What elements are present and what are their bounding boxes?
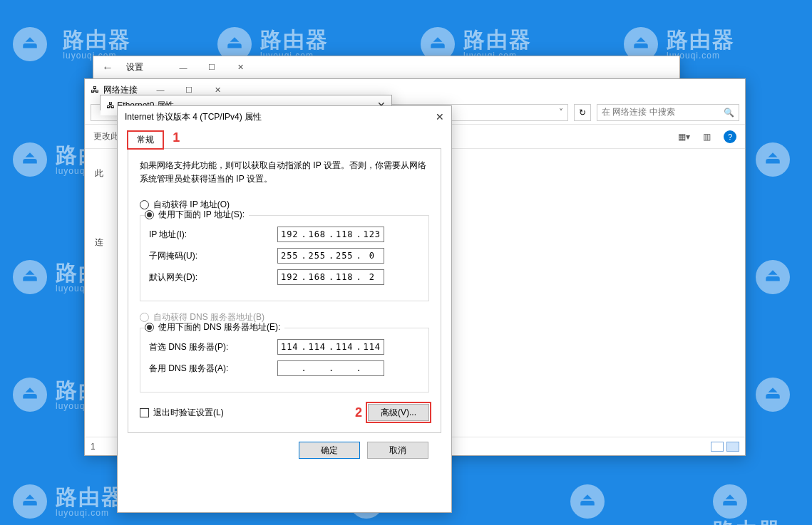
help-icon[interactable]: ? — [724, 130, 736, 143]
label-subnet-mask: 子网掩码(U): — [149, 250, 277, 262]
alternate-dns-input[interactable]: . . . — [277, 360, 384, 376]
watermark — [756, 142, 798, 177]
ipv4-properties-dialog: Internet 协议版本 4 (TCP/IPv4) 属性 ✕ 常规 1 如果网… — [117, 105, 452, 513]
sidebar-label-connect: 连 — [95, 236, 120, 249]
search-icon: 🔍 — [724, 108, 734, 118]
subnet-mask-input[interactable]: 255. 255. 255. 0 — [277, 248, 384, 264]
watermark: 路由器luyouqi.com — [13, 484, 124, 519]
search-input[interactable]: 在 网络连接 中搜索 🔍 — [597, 104, 739, 121]
cancel-button[interactable]: 取消 — [367, 442, 428, 459]
sidebar-label-this: 此 — [95, 167, 120, 180]
window-title: 网络连接 — [103, 84, 138, 96]
maximize-button[interactable]: ☐ — [197, 58, 226, 78]
label-default-gateway: 默认网关(D): — [149, 271, 277, 284]
advanced-button[interactable]: 高级(V)... — [368, 404, 429, 421]
search-placeholder: 在 网络连接 中搜索 — [602, 106, 675, 118]
tab-general[interactable]: 常规 — [128, 131, 163, 149]
back-button[interactable]: ← — [102, 61, 113, 74]
ip-address-input[interactable]: 192. 168. 118. 123 — [277, 227, 384, 242]
label-ip: IP 地址(I): — [149, 229, 277, 241]
validate-on-exit-checkbox[interactable]: 退出时验证设置(L) — [140, 407, 224, 419]
label-alternate-dns: 备用 DNS 服务器(A): — [149, 363, 277, 375]
minimize-button[interactable]: — — [169, 58, 197, 78]
tiles-view-icon[interactable] — [726, 442, 739, 452]
radio-manual-ip-label: 使用下面的 IP 地址(S): — [158, 209, 245, 221]
annotation-1: 1 — [173, 130, 180, 145]
network-icon: 🖧 — [91, 85, 99, 95]
ok-button[interactable]: 确定 — [299, 442, 360, 459]
radio-manual-dns-label: 使用下面的 DNS 服务器地址(E): — [158, 321, 280, 333]
radio-manual-dns[interactable]: 使用下面的 DNS 服务器地址(E): — [145, 321, 284, 333]
ethernet-icon: 🖧 — [106, 100, 115, 110]
preferred-dns-input[interactable]: 114. 114. 114. 114 — [277, 339, 384, 355]
radio-manual-ip[interactable]: 使用下面的 IP 地址(S): — [145, 209, 249, 221]
details-view-icon[interactable] — [711, 442, 724, 452]
close-button[interactable]: ✕ — [226, 58, 255, 78]
router-icon — [13, 27, 47, 61]
dialog-title: Internet 协议版本 4 (TCP/IPv4) 属性 — [125, 111, 262, 123]
close-button[interactable]: ✕ — [436, 111, 444, 123]
annotation-2: 2 — [355, 405, 362, 420]
watermark: 路由器luyouqi.com — [713, 484, 812, 525]
watermark — [570, 484, 613, 519]
watermark — [756, 378, 798, 412]
description-text: 如果网络支持此功能，则可以获取自动指派的 IP 设置。否则，你需要从网络系统管理… — [140, 159, 429, 186]
default-gateway-input[interactable]: 192. 168. 118. 2 — [277, 269, 384, 285]
label-preferred-dns: 首选 DNS 服务器(P): — [149, 341, 277, 353]
status-item-count: 1 — [91, 442, 96, 452]
validate-on-exit-label: 退出时验证设置(L) — [153, 407, 224, 417]
preview-pane-icon[interactable]: ▥ — [703, 132, 711, 142]
settings-title: 设置 — [126, 61, 143, 73]
refresh-button[interactable]: ↻ — [574, 104, 591, 121]
view-options-icon[interactable]: ▦▾ — [678, 132, 690, 142]
watermark — [756, 260, 798, 294]
